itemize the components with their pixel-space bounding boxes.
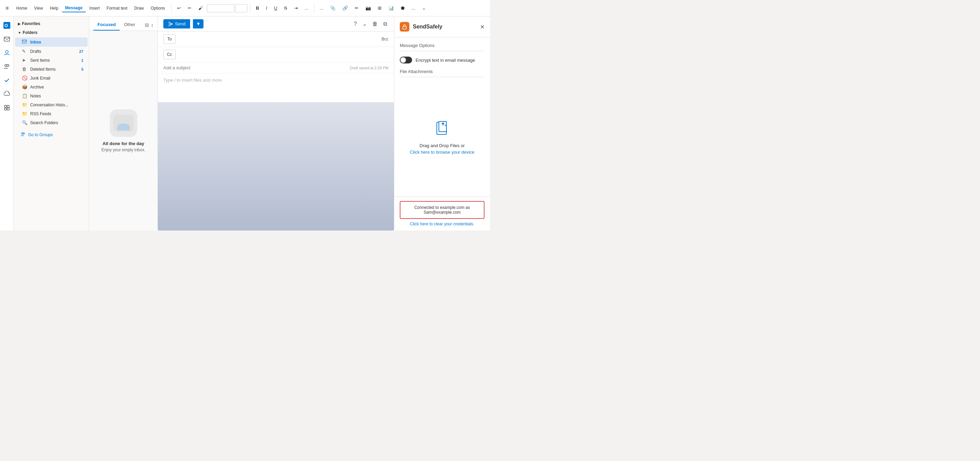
rss-icon: 📁: [22, 111, 27, 116]
sendsafely-title: SendSafely: [413, 24, 442, 30]
link-button[interactable]: 🔗: [340, 4, 351, 12]
encrypt-toggle[interactable]: [400, 57, 412, 64]
folder-inbox-label: Inbox: [30, 40, 41, 45]
connected-status-box: Connected to example.com as Sam@example.…: [400, 201, 485, 219]
expand-button[interactable]: ⌄: [419, 4, 429, 12]
more-button-3[interactable]: ...: [409, 4, 418, 12]
menu-home[interactable]: Home: [13, 5, 30, 12]
tab-focused[interactable]: Focused: [93, 19, 120, 30]
chart-button[interactable]: 📊: [386, 4, 397, 12]
app-logo-icon[interactable]: O: [1, 19, 13, 32]
cut-button[interactable]: ✂: [185, 4, 194, 12]
mail-icon[interactable]: [1, 33, 13, 45]
indent-button[interactable]: ⇥: [291, 4, 301, 12]
video-button[interactable]: 📷: [363, 4, 374, 12]
folder-item-drafts[interactable]: ✎ Drafts 27: [15, 47, 88, 56]
attach-button[interactable]: 📎: [327, 4, 338, 12]
toolbar-separator-3: [314, 3, 314, 13]
file-upload-icon: [434, 119, 450, 139]
filter-icon[interactable]: ⊟: [145, 22, 149, 28]
more-button-2[interactable]: ...: [317, 4, 326, 12]
apps-icon[interactable]: [1, 102, 13, 114]
menu-insert[interactable]: Insert: [86, 5, 103, 12]
undo-button[interactable]: ↩: [174, 4, 184, 12]
cloud-icon[interactable]: [1, 88, 13, 100]
cc-input[interactable]: [178, 52, 388, 57]
message-list-panel: Focused Other ⊟ ↕ All done for the day E…: [89, 16, 158, 230]
menu-format-text[interactable]: Format text: [103, 5, 131, 12]
to-label: To: [163, 34, 176, 44]
font-family-input[interactable]: [207, 4, 234, 12]
inbox-tab-bar: Focused Other ⊟ ↕: [89, 16, 158, 31]
folder-item-rss[interactable]: 📁 RSS Feeds: [15, 110, 88, 118]
folder-item-archive[interactable]: 📦 Archive: [15, 83, 88, 91]
to-row: To Bcc: [158, 32, 394, 47]
body-placeholder: Type / to insert files and more: [163, 78, 222, 83]
favorites-header[interactable]: ▶ Favorites: [14, 19, 89, 28]
compose-more-button[interactable]: ⌄: [361, 19, 368, 29]
menu-options[interactable]: Options: [147, 5, 168, 12]
sent-icon: ➤: [22, 58, 27, 63]
more-format-button[interactable]: ...: [302, 4, 311, 12]
menu-draw[interactable]: Draw: [131, 5, 147, 12]
folder-notes-label: Notes: [30, 94, 41, 99]
people-icon[interactable]: [1, 47, 13, 59]
folders-header[interactable]: ▼ Folders: [14, 28, 89, 37]
folder-item-search[interactable]: 🔍 Search Folders: [15, 118, 88, 127]
file-attachments-label: File Attachments: [400, 69, 485, 74]
format-painter-button[interactable]: 🖌: [196, 4, 205, 12]
compose-delete-button[interactable]: 🗑: [371, 19, 379, 29]
empty-inbox-area: All done for the day Enjoy your empty in…: [89, 31, 158, 230]
svg-point-5: [7, 65, 9, 67]
shape-button[interactable]: ⬟: [398, 4, 407, 12]
file-attachments-section: File Attachments: [400, 69, 485, 77]
clear-credentials-link[interactable]: Click here to clear your credentials.: [400, 222, 485, 226]
folder-search-label: Search Folders: [30, 121, 58, 125]
folder-item-inbox[interactable]: Inbox: [15, 37, 88, 47]
bcc-button[interactable]: Bcc: [382, 37, 388, 41]
svg-text:O: O: [5, 23, 8, 28]
folder-item-junk[interactable]: 🚫 Junk Email: [15, 74, 88, 82]
folder-item-conversation[interactable]: 📁 Conversation Histo...: [15, 100, 88, 109]
empty-inbox-illustration: [110, 110, 137, 137]
strikethrough-button[interactable]: S: [282, 4, 290, 12]
svg-point-3: [5, 51, 8, 53]
table-button[interactable]: ⊞: [375, 4, 384, 12]
compose-popout-button[interactable]: ⧉: [382, 19, 388, 29]
folder-item-notes[interactable]: 📋 Notes: [15, 92, 88, 100]
folder-item-deleted[interactable]: 🗑 Deleted Items 5: [15, 65, 88, 73]
folder-sent-badge: 1: [81, 58, 83, 62]
compose-help-button[interactable]: ?: [352, 19, 358, 29]
svg-rect-8: [5, 108, 6, 110]
menu-message[interactable]: Message: [62, 4, 86, 12]
browse-device-link[interactable]: Click here to browse your device: [410, 149, 474, 155]
file-drop-area[interactable]: Drag and Drop Files or Click here to bro…: [400, 83, 485, 191]
pen-button[interactable]: ✏: [352, 4, 361, 12]
subject-input[interactable]: [163, 65, 350, 70]
folder-drafts-badge: 27: [79, 49, 83, 54]
tab-other[interactable]: Other: [120, 19, 139, 30]
send-button[interactable]: Send: [163, 19, 190, 29]
bold-button[interactable]: B: [253, 4, 262, 12]
sendsafely-close-button[interactable]: ✕: [480, 24, 485, 30]
go-to-groups-link[interactable]: Go to Groups: [14, 130, 89, 140]
format-font-box: [207, 4, 247, 12]
junk-icon: 🚫: [22, 75, 27, 81]
to-input[interactable]: [178, 37, 382, 42]
deleted-icon: 🗑: [22, 67, 27, 72]
font-size-input[interactable]: [235, 4, 247, 12]
sort-icon[interactable]: ↕: [151, 22, 153, 28]
underline-button[interactable]: U: [271, 4, 280, 12]
toggle-thumb: [401, 57, 406, 63]
file-attachments-divider: [400, 77, 485, 77]
hamburger-button[interactable]: ≡: [3, 4, 11, 13]
italic-button[interactable]: I: [263, 4, 270, 12]
folder-junk-label: Junk Email: [30, 76, 51, 81]
menu-view[interactable]: View: [30, 5, 46, 12]
menu-help[interactable]: Help: [46, 5, 62, 12]
tasks-icon[interactable]: [1, 74, 13, 86]
groups-icon[interactable]: [1, 60, 13, 73]
send-dropdown-button[interactable]: ▼: [193, 19, 203, 29]
folder-item-sent[interactable]: ➤ Sent Items 1: [15, 56, 88, 65]
message-options-section: Message Options: [400, 43, 485, 51]
